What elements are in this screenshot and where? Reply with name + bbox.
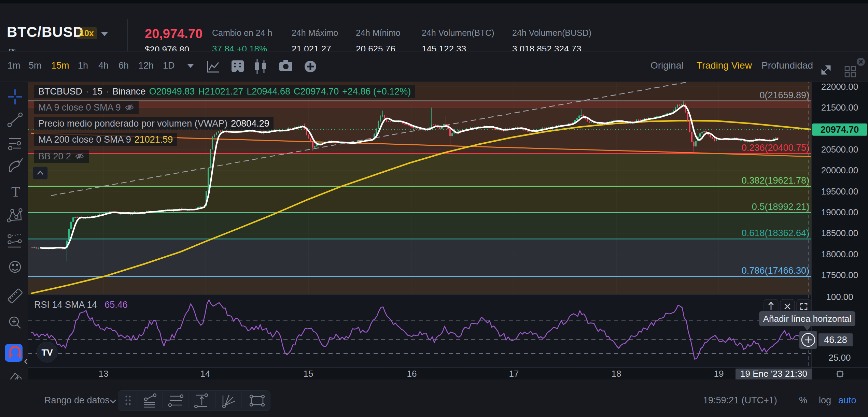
auto-scale-toggle[interactable]: auto — [838, 395, 856, 406]
legend-high: H21021.27 — [198, 86, 243, 97]
indicator-row-vwap[interactable]: Precio medio ponderado por volumen (VWAP… — [34, 117, 274, 130]
fib-tool-icon[interactable] — [9, 139, 21, 150]
fullscreen-icon[interactable] — [822, 66, 830, 74]
line-chart-icon[interactable] — [208, 61, 219, 72]
close-icon[interactable] — [857, 58, 865, 66]
favorites-toolbar — [118, 390, 270, 411]
svg-text:25.00: 25.00 — [828, 353, 851, 363]
rsi-legend[interactable]: RSI 14 SMA 14 65.46 — [34, 300, 128, 310]
hidden-eye-icon[interactable] — [74, 152, 85, 161]
hidden-eye-icon[interactable] — [124, 103, 135, 112]
legend-sep: · — [106, 86, 109, 97]
clock[interactable]: 19:59:21 (UTC+1) — [703, 395, 777, 406]
date-range-dropdown[interactable]: Rango de datos — [44, 395, 110, 406]
grid-layout-icon[interactable] — [845, 67, 855, 77]
indicator-row-ma9[interactable]: MA 9 close 0 SMA 9 — [34, 101, 139, 114]
parallel-lines-tool-icon[interactable] — [169, 395, 183, 406]
svg-text:0.236(20400.75): 0.236(20400.75) — [742, 143, 809, 153]
tradingview-logo[interactable]: TV — [37, 342, 57, 362]
timeframe-15m[interactable]: 15m — [51, 60, 69, 71]
svg-text:20500.00: 20500.00 — [821, 144, 858, 155]
svg-text:17500.00: 17500.00 — [821, 270, 858, 280]
indicator-row-ma200[interactable]: MA 200 close 0 SMA 9 21021.59 — [34, 133, 177, 146]
collapse-sidebar-chevron[interactable]: ‹ — [24, 354, 28, 367]
tab-profundidad[interactable]: Profundidad — [761, 60, 813, 71]
stat-label: Cambio en 24 h — [212, 28, 272, 38]
projection-tool-icon[interactable] — [195, 394, 208, 408]
indicator-label: Precio medio ponderado por volumen (VWAP… — [38, 118, 227, 129]
indicator-label: MA 9 close 0 SMA 9 — [38, 102, 121, 113]
rectangle-tool-icon[interactable] — [250, 395, 264, 406]
svg-text:0(21659.89): 0(21659.89) — [759, 90, 809, 100]
svg-text:46.28: 46.28 — [824, 335, 847, 345]
svg-text:0.5(18992.21): 0.5(18992.21) — [752, 202, 809, 212]
add-indicator-icon[interactable] — [305, 61, 316, 72]
percent-scale-toggle[interactable]: % — [799, 395, 807, 406]
indicator-label: BB 20 2 — [38, 151, 71, 162]
timeframe-1m[interactable]: 1m — [8, 60, 20, 71]
rsi-label: RSI 14 SMA 14 — [34, 300, 97, 310]
indicator-value: 20804.29 — [231, 118, 269, 129]
chart-legend[interactable]: BTCBUSD · 15 · Binance O20949.83 H21021.… — [34, 85, 415, 98]
chart-toolbar: 1m 5m 15m 1h 4h 6h 12h 1D — [0, 51, 868, 82]
svg-text:18000.00: 18000.00 — [821, 249, 858, 259]
candle-style-icon[interactable] — [255, 59, 266, 74]
chevron-down-icon[interactable] — [109, 399, 117, 405]
svg-text:100.00: 100.00 — [826, 292, 853, 302]
bottom-toolbar: Rango de datos — [0, 379, 868, 417]
svg-text:14: 14 — [200, 369, 210, 379]
timeframe-6h[interactable]: 6h — [118, 60, 129, 71]
timeframe-4h[interactable]: 4h — [98, 60, 109, 71]
tab-trading-view[interactable]: Trading View — [697, 60, 752, 71]
svg-text:15: 15 — [304, 369, 313, 379]
drag-handle-icon[interactable] — [125, 396, 130, 405]
top-strip — [0, 0, 868, 3]
timeframe-12h[interactable]: 12h — [138, 60, 154, 71]
brush-tool-icon[interactable] — [9, 158, 23, 172]
legend-collapse-button[interactable] — [33, 167, 48, 179]
pair-dropdown-caret-icon[interactable] — [101, 32, 108, 36]
timeframe-1h[interactable]: 1h — [78, 60, 88, 71]
svg-text:19000.00: 19000.00 — [821, 207, 858, 217]
toolbar-right-icons — [818, 58, 868, 78]
legend-change: +24.86 (+0.12%) — [342, 86, 411, 97]
legend-sep: · — [86, 86, 89, 97]
svg-text:19 Ene '23 21:30: 19 Ene '23 21:30 — [740, 369, 807, 379]
tab-original[interactable]: Original — [650, 60, 683, 71]
legend-symbol: BTCBUSD — [38, 86, 82, 97]
timeframe-dropdown-caret-icon[interactable] — [187, 64, 194, 68]
svg-text:16: 16 — [407, 369, 417, 379]
timeframe-5m[interactable]: 5m — [29, 60, 42, 71]
gann-fan-tool-icon[interactable] — [223, 395, 235, 408]
svg-text:18: 18 — [612, 369, 621, 379]
svg-text:19: 19 — [714, 369, 724, 379]
forecast-tool-icon[interactable] — [8, 234, 22, 247]
ruler-tool-icon[interactable] — [8, 289, 23, 303]
emoji-tool-icon[interactable] — [10, 261, 20, 272]
pattern-tool-icon[interactable] — [144, 394, 156, 407]
text-tool-icon[interactable]: T — [11, 184, 20, 200]
svg-text:22000.00: 22000.00 — [821, 82, 858, 92]
log-scale-toggle[interactable]: log — [819, 395, 831, 406]
rsi-value: 65.46 — [104, 300, 128, 310]
camera-icon[interactable] — [279, 60, 292, 71]
draw-lock-tool-icon[interactable] — [8, 373, 22, 379]
magnet-tool-icon[interactable] — [5, 344, 23, 362]
svg-text:TV: TV — [41, 347, 53, 358]
toolbar-icons — [205, 58, 318, 75]
legend-exchange: Binance — [112, 86, 146, 97]
crosshair-tool-icon[interactable] — [8, 89, 22, 104]
zoom-in-tool-icon[interactable] — [10, 317, 20, 328]
indicator-row-bb[interactable]: BB 20 2 — [34, 150, 89, 163]
leverage-badge[interactable]: 10x — [76, 27, 97, 39]
last-price: 20,974.70 — [145, 27, 202, 41]
add-horizontal-line-button[interactable] — [799, 331, 817, 349]
stat-label: 24h Volumen(BUSD) — [512, 28, 591, 38]
svg-text:13: 13 — [99, 369, 109, 379]
trend-line-tool-icon[interactable] — [8, 113, 22, 127]
xabcd-pattern-tool-icon[interactable] — [8, 209, 22, 222]
indicators-icon[interactable] — [232, 60, 244, 72]
svg-text:Añadir línea horizontal: Añadir línea horizontal — [763, 314, 852, 324]
timeframe-1d[interactable]: 1D — [163, 60, 175, 71]
svg-text:18500.00: 18500.00 — [821, 228, 858, 238]
